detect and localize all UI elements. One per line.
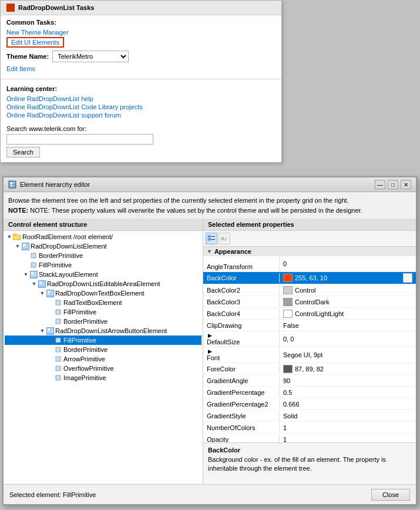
property-name: ▶Font bbox=[203, 347, 280, 363]
property-row[interactable]: BackColor3ControlDark bbox=[203, 296, 416, 308]
svg-rect-2 bbox=[13, 182, 15, 183]
tree-item[interactable]: BorderPrimitive bbox=[5, 317, 201, 326]
svg-rect-25 bbox=[56, 300, 61, 305]
tree-node-label: FillPrimitive bbox=[39, 261, 72, 269]
property-row[interactable]: NumberOfColors1 bbox=[203, 422, 416, 434]
prop-grid[interactable]: ▼ Appearance AngleTransform0BackColor255… bbox=[203, 247, 416, 442]
help-link[interactable]: Online RadDropDownList help bbox=[6, 95, 275, 103]
learning-center-title: Learning center: bbox=[6, 85, 275, 92]
tree-item[interactable]: ▼StackLayoutElement bbox=[5, 270, 201, 279]
tree-node-icon bbox=[21, 242, 29, 250]
svg-rect-7 bbox=[22, 243, 29, 250]
property-row[interactable]: BackColor4ControlLightLight bbox=[203, 308, 416, 320]
tree-item[interactable]: FillPrimitive bbox=[5, 307, 201, 317]
search-input[interactable] bbox=[6, 134, 153, 145]
tree-item[interactable]: ArrowPrimitive bbox=[5, 354, 201, 364]
property-row[interactable]: ClipDrawingFalse bbox=[203, 320, 416, 331]
tree-expand-icon[interactable]: ▼ bbox=[14, 243, 21, 250]
property-row[interactable]: GradientStyleSolid bbox=[203, 410, 416, 422]
tree-item[interactable]: ▼RadDropDownListEditableAreaElement bbox=[5, 279, 201, 288]
right-panel-header: Selected element properties bbox=[203, 219, 416, 231]
property-row[interactable]: BackColor2Control bbox=[203, 284, 416, 296]
dialog-window: Element hierarchy editor — □ ✕ Browse th… bbox=[2, 176, 417, 505]
tree-node-label: BorderPrimitive bbox=[39, 252, 83, 259]
tree-item[interactable]: BorderPrimitive bbox=[5, 251, 201, 260]
forum-link[interactable]: Online RadDropDownList support forum bbox=[6, 111, 275, 119]
property-row[interactable]: GradientPercentage20.666 bbox=[203, 398, 416, 410]
search-button[interactable]: Search bbox=[6, 147, 40, 157]
dropdown-header: RadDropDownList Tasks bbox=[1, 1, 281, 15]
learning-center-section: Learning center: Online RadDropDownList … bbox=[1, 82, 281, 123]
close-window-button[interactable]: ✕ bbox=[401, 180, 411, 189]
new-theme-manager-link[interactable]: New Theme Manager bbox=[6, 28, 275, 36]
theme-name-select[interactable]: TelerikMetro bbox=[52, 51, 129, 62]
tree-item[interactable]: FillPrimitive bbox=[5, 260, 201, 270]
tree-expand-icon bbox=[47, 318, 54, 325]
tree-node-label: RadDropDownListArrowButtonElement bbox=[55, 327, 167, 334]
dialog-titlebar: Element hierarchy editor — □ ✕ bbox=[4, 177, 416, 192]
tree-item[interactable]: ▼RootRadElement /root element/ bbox=[5, 232, 201, 241]
dialog-bottom: Selected element: FillPrimitive Close bbox=[4, 484, 416, 504]
tree-item[interactable]: ▼RadDropDownListArrowButtonElement bbox=[5, 326, 201, 335]
sort-alpha-btn[interactable]: A↓ bbox=[219, 233, 230, 244]
tree-container[interactable]: ▼RootRadElement /root element/▼RadDropDo… bbox=[4, 231, 203, 484]
desc-title: BackColor bbox=[208, 447, 411, 454]
property-value: 0, 0 bbox=[280, 334, 416, 344]
color-swatch bbox=[283, 274, 293, 282]
tree-node-icon bbox=[46, 327, 54, 335]
property-row[interactable]: ForeColor87, 89, 82 bbox=[203, 363, 416, 375]
svg-rect-13 bbox=[30, 271, 38, 279]
tree-node-label: RadTextBoxElement bbox=[63, 299, 122, 306]
description-panel: BackColor Background color - ex. of the … bbox=[203, 442, 416, 484]
property-value-text: Solid bbox=[283, 412, 297, 420]
property-row[interactable]: GradientPercentage0.5 bbox=[203, 387, 416, 398]
maximize-button[interactable]: □ bbox=[388, 180, 398, 189]
tree-expand-icon[interactable]: ▼ bbox=[31, 280, 38, 287]
tree-item[interactable]: FillPrimitive bbox=[5, 335, 201, 345]
tree-item[interactable]: OverflowPrimitive bbox=[5, 364, 201, 373]
color-swatch bbox=[283, 365, 293, 373]
tree-item[interactable]: ▼RadDropDownListElement bbox=[5, 241, 201, 251]
close-button[interactable]: Close bbox=[371, 489, 410, 501]
svg-rect-29 bbox=[48, 328, 50, 331]
prop-expand-btn[interactable] bbox=[207, 257, 213, 263]
tree-expand-icon bbox=[47, 355, 54, 363]
prop-expand-btn[interactable]: ▶ bbox=[207, 348, 213, 354]
tree-node-icon bbox=[54, 336, 62, 344]
svg-rect-34 bbox=[56, 357, 61, 361]
sort-category-btn[interactable] bbox=[206, 233, 217, 244]
property-name: Opacity bbox=[203, 435, 280, 443]
tree-expand-icon bbox=[47, 308, 54, 316]
property-row[interactable]: AngleTransform0 bbox=[203, 256, 416, 272]
edit-items-link[interactable]: Edit Items bbox=[6, 65, 275, 73]
tree-expand-icon[interactable]: ▼ bbox=[39, 327, 46, 334]
property-ellipsis-button[interactable]: ... bbox=[403, 273, 412, 283]
minimize-button[interactable]: — bbox=[375, 180, 385, 189]
tree-item[interactable]: ▼RadDropDownTextBoxElement bbox=[5, 288, 201, 298]
svg-rect-4 bbox=[10, 186, 14, 187]
prop-expand-btn[interactable]: ▶ bbox=[207, 333, 213, 338]
tree-expand-icon[interactable]: ▼ bbox=[22, 271, 29, 278]
prop-category-appearance[interactable]: ▼ Appearance bbox=[203, 247, 416, 256]
property-name-text: GradientAngle bbox=[207, 377, 248, 384]
property-row[interactable]: ▶DefaultSize0, 0 bbox=[203, 331, 416, 347]
property-row[interactable]: BackColor255, 63, 10... bbox=[203, 272, 416, 284]
property-row[interactable]: Opacity1 bbox=[203, 434, 416, 442]
edit-ui-elements-link[interactable]: Edit UI Elements bbox=[6, 36, 275, 48]
property-row[interactable]: GradientAngle90 bbox=[203, 375, 416, 387]
tree-expand-icon[interactable]: ▼ bbox=[39, 290, 46, 297]
property-row[interactable]: ▶FontSegoe UI, 9pt bbox=[203, 347, 416, 363]
left-panel: Control element structure ▼RootRadElemen… bbox=[4, 219, 203, 484]
tree-expand-icon[interactable]: ▼ bbox=[6, 233, 13, 240]
svg-rect-24 bbox=[48, 294, 53, 294]
svg-text:A↓: A↓ bbox=[221, 236, 227, 241]
svg-rect-35 bbox=[56, 366, 61, 371]
property-name: ForeColor bbox=[203, 364, 280, 374]
tree-item[interactable]: BorderPrimitive bbox=[5, 345, 201, 354]
tree-item[interactable]: ImagePrimitive bbox=[5, 373, 201, 382]
tree-item[interactable]: RadTextBoxElement bbox=[5, 298, 201, 307]
code-library-link[interactable]: Online RadDropDownList Code Library proj… bbox=[6, 103, 275, 111]
property-value: 0 bbox=[280, 259, 416, 269]
svg-rect-14 bbox=[31, 272, 33, 274]
description-line2: NOTE: NOTE: These property values will o… bbox=[8, 206, 411, 216]
